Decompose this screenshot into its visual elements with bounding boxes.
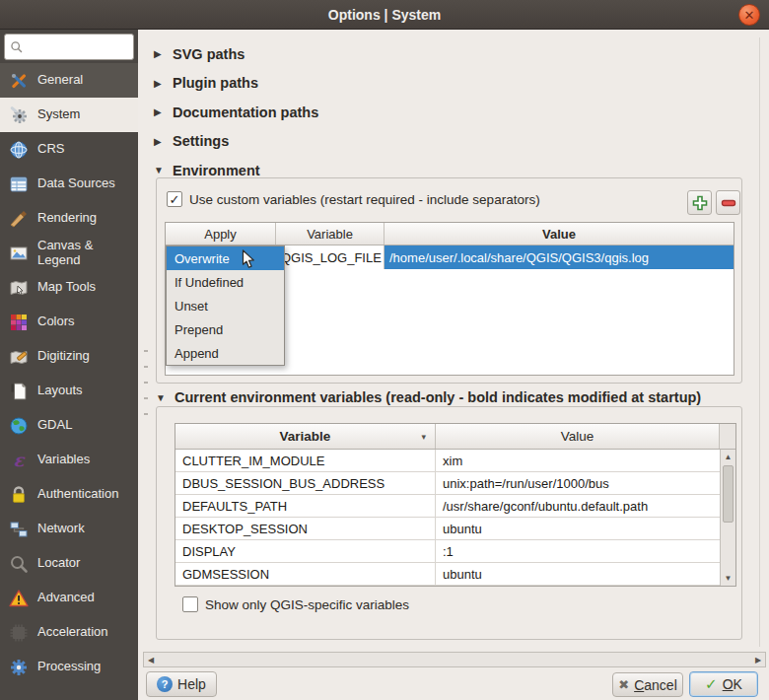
current-env-section-header[interactable]: ▼ Current environment variables (read-on…	[156, 389, 701, 405]
scroll-right-icon[interactable]: ▶	[751, 656, 765, 665]
current-env-table[interactable]: Variable ▾ Value CLUTTER_IM_MODULEximDBU…	[175, 423, 736, 587]
current-env-groupbox: Variable ▾ Value CLUTTER_IM_MODULEximDBU…	[156, 406, 742, 640]
env-variable-value: xim	[436, 450, 720, 471]
sidebar-item-general[interactable]: General	[0, 63, 138, 98]
sidebar-item-locator[interactable]: Locator	[0, 546, 138, 581]
section-svg-paths[interactable]: ▶SVG paths	[154, 39, 318, 69]
vertical-scrollbar[interactable]: ▲ ▼	[720, 450, 735, 586]
ok-label: OK	[723, 676, 742, 692]
help-icon: ?	[157, 676, 173, 692]
dropdown-option-if-undefined[interactable]: If Undefined	[167, 270, 284, 294]
environment-groupbox: ✓ Use custom variables (restart required…	[156, 177, 742, 384]
remove-variable-button[interactable]	[716, 190, 740, 215]
section-settings[interactable]: ▶Settings	[154, 127, 318, 157]
column-header-apply[interactable]: Apply	[166, 223, 276, 245]
digitizing-icon	[8, 347, 30, 367]
sidebar-item-digitizing[interactable]: Digitizing	[0, 339, 138, 374]
section-label: Plugin paths	[173, 75, 258, 91]
env-variable-value: :1	[436, 540, 720, 562]
scroll-down-icon[interactable]: ▼	[721, 574, 735, 583]
dropdown-option-append[interactable]: Append	[167, 341, 284, 365]
sidebar-item-colors[interactable]: Colors	[0, 305, 138, 339]
current-env-table-header: Variable ▾ Value	[175, 424, 735, 450]
map-tools-icon	[8, 278, 30, 298]
options-dialog: Options | System ✕ GeneralSystemCRSData …	[0, 0, 769, 700]
section-documentation-paths[interactable]: ▶Documentation paths	[154, 98, 318, 127]
splitter-handle[interactable]	[144, 350, 148, 427]
variable-cell[interactable]: QGIS_LOG_FILE	[276, 245, 384, 269]
close-icon[interactable]: ✕	[738, 4, 760, 26]
chip-icon	[8, 623, 30, 643]
sidebar-item-crs[interactable]: CRS	[0, 132, 138, 167]
sidebar-item-label: Network	[37, 522, 85, 536]
search-input[interactable]	[27, 39, 125, 54]
cancel-button[interactable]: ✖ Cancel	[612, 672, 683, 697]
sidebar-item-canvas-legend[interactable]: Canvas & Legend	[0, 236, 138, 270]
sidebar-item-variables[interactable]: εVariables	[0, 443, 138, 477]
sidebar-item-label: Canvas & Legend	[37, 239, 134, 268]
plus-icon	[692, 195, 708, 211]
env-variable-name: CLUTTER_IM_MODULE	[175, 450, 436, 471]
collapsed-triangle-icon: ▶	[154, 106, 164, 117]
sidebar-item-label: General	[37, 73, 83, 88]
section-plugin-paths[interactable]: ▶Plugin paths	[154, 69, 318, 99]
sidebar-list: GeneralSystemCRSData SourcesRenderingCan…	[0, 63, 138, 684]
env-variable-name: GDMSESSION	[175, 563, 436, 585]
env-variable-row[interactable]: CLUTTER_IM_MODULExim	[175, 450, 720, 472]
help-button[interactable]: ? Help	[146, 671, 217, 697]
sidebar-search[interactable]	[4, 34, 134, 60]
column-header-value[interactable]: Value	[384, 223, 734, 245]
sidebar-item-label: Layouts	[37, 384, 83, 398]
help-label: Help	[177, 676, 206, 692]
sidebar-item-map-tools[interactable]: Map Tools	[0, 270, 138, 305]
scrollbar-thumb[interactable]	[723, 465, 734, 523]
env-variable-row[interactable]: DBUS_SESSION_BUS_ADDRESSunix:path=/run/u…	[175, 472, 720, 495]
env-variable-row[interactable]: GDMSESSIONubuntu	[175, 563, 720, 586]
canvas-icon	[8, 244, 30, 263]
gear-icon	[8, 658, 30, 677]
sidebar-item-label: CRS	[37, 142, 64, 157]
env-variable-name: DEFAULTS_PATH	[175, 495, 436, 517]
sidebar-item-advanced[interactable]: Advanced	[0, 581, 138, 615]
dropdown-option-unset[interactable]: Unset	[167, 294, 284, 317]
sidebar-item-authentication[interactable]: Authentication	[0, 477, 138, 512]
sidebar-item-network[interactable]: Network	[0, 512, 138, 546]
collapsed-triangle-icon: ▶	[154, 136, 164, 147]
sidebar-item-processing[interactable]: Processing	[0, 650, 138, 684]
collapsed-triangle-icon: ▶	[154, 48, 164, 59]
sidebar-item-label: Map Tools	[37, 280, 96, 295]
sidebar-item-rendering[interactable]: Rendering	[0, 201, 138, 236]
dropdown-option-overwrite[interactable]: Overwrite	[167, 246, 284, 270]
custom-variables-header: ApplyVariableValue	[166, 223, 734, 245]
sidebar-item-label: Data Sources	[37, 176, 115, 191]
sidebar-item-label: Digitizing	[37, 349, 90, 364]
dropdown-option-prepend[interactable]: Prepend	[167, 317, 284, 341]
horizontal-scrollbar[interactable]: ◀ ▶	[143, 652, 766, 667]
env-variable-row[interactable]: DISPLAY:1	[175, 540, 720, 563]
palette-icon	[8, 313, 30, 332]
column-header-variable[interactable]: Variable ▾	[175, 424, 436, 449]
brush-icon	[8, 209, 30, 229]
lock-icon	[8, 485, 30, 505]
env-variable-row[interactable]: DESKTOP_SESSIONubuntu	[175, 518, 720, 540]
ok-button[interactable]: ✓ OK	[689, 671, 758, 697]
scroll-left-icon[interactable]: ◀	[144, 656, 158, 665]
table-icon	[8, 175, 30, 194]
sidebar-item-gdal[interactable]: GDAL	[0, 408, 138, 443]
show-only-qgis-checkbox[interactable]	[182, 596, 198, 612]
sidebar-item-data-sources[interactable]: Data Sources	[0, 167, 138, 201]
titlebar: Options | System ✕	[0, 0, 769, 30]
env-variable-row[interactable]: DEFAULTS_PATH/usr/share/gconf/ubuntu.def…	[175, 495, 720, 518]
column-header-variable[interactable]: Variable	[276, 223, 384, 245]
scroll-up-icon[interactable]: ▲	[721, 453, 735, 461]
sidebar-item-label: Advanced	[37, 591, 95, 605]
sidebar-item-system[interactable]: System	[0, 98, 138, 132]
sidebar-item-acceleration[interactable]: Acceleration	[0, 615, 138, 650]
column-header-value[interactable]: Value	[436, 424, 720, 449]
add-variable-button[interactable]	[687, 190, 712, 215]
value-cell[interactable]: /home/user/.local/share/QGIS/QGIS3/qgis.…	[384, 245, 734, 269]
cancel-x-icon: ✖	[618, 677, 629, 692]
sidebar-item-layouts[interactable]: Layouts	[0, 374, 138, 408]
ok-check-icon: ✓	[705, 675, 718, 693]
use-custom-variables-checkbox[interactable]: ✓	[167, 191, 182, 207]
